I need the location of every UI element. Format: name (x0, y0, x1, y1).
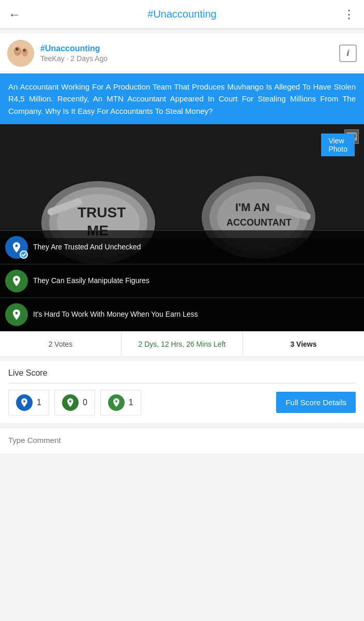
score-icon-3 (108, 394, 125, 411)
avatar-image (7, 40, 34, 67)
menu-button[interactable]: ⋮ (343, 8, 356, 21)
poll-option-1[interactable]: They Are Trusted And Unchecked (0, 230, 364, 264)
selected-badge (20, 250, 28, 259)
comment-area (0, 427, 364, 453)
svg-text:ACCOUNTANT: ACCOUNTANT (226, 217, 292, 228)
live-score-row: 1 0 1 Full Score Details (8, 390, 356, 416)
header-divider (0, 29, 364, 29)
svg-point-5 (16, 48, 19, 51)
score-item-2: 0 (54, 390, 95, 416)
stats-bar: 2 Votes 2 Dys, 12 Hrs, 26 Mins Left 3 Vi… (0, 331, 364, 357)
option-2-text: They Can Easily Manipulate Figures (33, 276, 359, 286)
info-button[interactable]: i (339, 45, 357, 62)
live-score-section: Live Score 1 0 1 Full Score Details (0, 361, 364, 423)
post-header: #Unaccounting TeeKay · 2 Days Ago i (0, 34, 364, 73)
score-value-3: 1 (129, 398, 133, 407)
post-channel: #Unaccounting (40, 44, 339, 53)
svg-text:TRUST: TRUST (78, 204, 126, 220)
score-item-3: 1 (100, 390, 141, 416)
votes-stat: 2 Votes (0, 332, 122, 357)
option-1-text: They Are Trusted And Unchecked (33, 242, 359, 253)
option-3-text: It's Hard To Work With Money When You Ea… (33, 309, 359, 320)
poll-option-3[interactable]: It's Hard To Work With Money When You Ea… (0, 298, 364, 331)
option-2-icon (5, 270, 28, 292)
score-icon-2 (62, 394, 79, 411)
post-card: #Unaccounting TeeKay · 2 Days Ago i An A… (0, 34, 364, 357)
view-photo-container[interactable]: View Photo (344, 129, 359, 144)
option-1-icon (5, 236, 28, 259)
post-meta: #Unaccounting TeeKay · 2 Days Ago (34, 44, 339, 63)
poll-option-2[interactable]: They Can Easily Manipulate Figures (0, 264, 364, 298)
score-value-2: 0 (83, 398, 87, 407)
photo-area: TRUST ME I'M AN ACCOUNTANT View Photo (0, 124, 364, 331)
comment-input[interactable] (8, 436, 356, 445)
views-stat: 3 Views (243, 332, 364, 357)
avatar (7, 40, 34, 67)
post-text: An Accountant Working For A Production T… (0, 73, 364, 124)
score-icon-1 (16, 394, 33, 411)
view-photo-button[interactable]: View Photo (321, 134, 355, 156)
svg-point-6 (23, 49, 26, 52)
back-button[interactable]: ← (8, 7, 21, 22)
score-value-1: 1 (37, 398, 41, 407)
time-left-stat: 2 Dys, 12 Hrs, 26 Mins Left (122, 332, 243, 357)
app-header: ← #Unaccounting ⋮ (0, 0, 364, 29)
option-3-icon (5, 303, 28, 326)
svg-text:I'M AN: I'M AN (235, 201, 270, 214)
poll-options: They Are Trusted And Unchecked They Can … (0, 230, 364, 331)
post-author: TeeKay · 2 Days Ago (40, 54, 339, 63)
full-score-button[interactable]: Full Score Details (276, 392, 356, 413)
header-title: #Unaccounting (21, 8, 343, 20)
score-item-1: 1 (8, 390, 49, 416)
live-score-title: Live Score (8, 368, 356, 383)
